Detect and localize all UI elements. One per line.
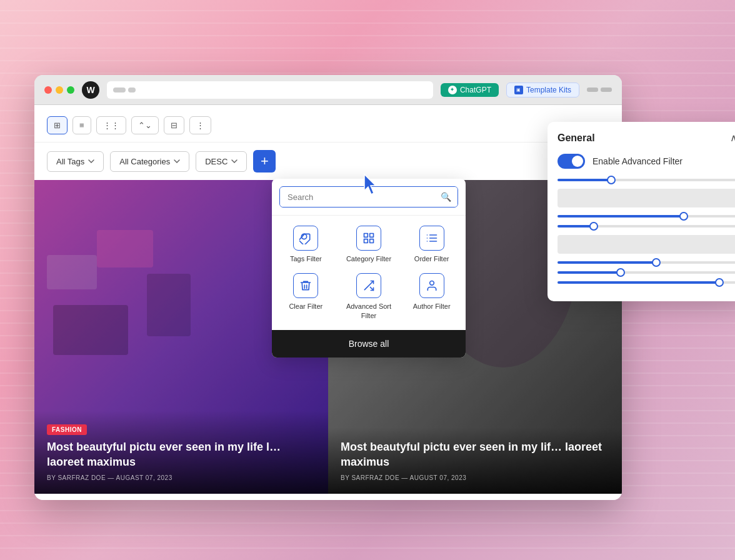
slider-3 xyxy=(558,225,735,228)
search-button[interactable]: 🔍 xyxy=(434,187,458,207)
browser-content: ⊞ ≡ ⋮⋮ ⌃⌄ ⊟ ⋮ All Tags All Categories DE… xyxy=(34,105,622,500)
toolbar-add-btn[interactable]: ⊟ xyxy=(164,116,184,134)
addr-segment xyxy=(128,88,136,92)
slider-thumb-2[interactable] xyxy=(679,212,688,221)
slider-fill-2 xyxy=(558,215,684,218)
category-filter-item[interactable]: Category Filter xyxy=(342,226,396,263)
blog-meta-right: BY SARFRAZ DOE — AUGUST 07, 2023 xyxy=(341,474,609,481)
chevron-up-icon[interactable]: ∧ xyxy=(730,132,735,144)
nav-dot xyxy=(587,88,598,92)
panel-placeholder-1 xyxy=(558,189,735,208)
advanced-sort-filter-item[interactable]: Advanced Sort Filter xyxy=(342,273,396,320)
addr-segment xyxy=(113,88,126,92)
slider-track-4[interactable] xyxy=(558,261,735,264)
author-filter-item[interactable]: Author Filter xyxy=(405,273,458,320)
order-filter-label: Order Filter xyxy=(414,254,449,263)
blog-title-left: Most beautyful pictu ever seen in my lif… xyxy=(47,440,316,469)
slider-fill-6 xyxy=(558,281,719,284)
close-dot[interactable] xyxy=(44,86,52,94)
svg-rect-11 xyxy=(364,239,368,243)
template-kits-button[interactable]: ▣ Template Kits xyxy=(506,82,579,98)
svg-point-21 xyxy=(429,281,434,286)
slider-thumb-3[interactable] xyxy=(589,222,598,231)
advanced-sort-filter-label: Advanced Sort Filter xyxy=(342,302,396,320)
filter-icons-grid: Tags Filter Category Filter Order Filter xyxy=(272,216,466,330)
toolbar-grid-btn[interactable]: ⊞ xyxy=(47,116,68,134)
toolbar-updown-btn[interactable]: ⌃⌄ xyxy=(131,116,159,134)
fashion-badge: FASHION xyxy=(47,424,87,435)
order-dropdown[interactable]: DESC xyxy=(196,151,247,172)
panel-placeholder-2 xyxy=(558,235,735,254)
chevron-down-icon xyxy=(231,159,238,163)
slider-1 xyxy=(558,179,735,181)
slider-2 xyxy=(558,215,735,218)
slider-track-6[interactable] xyxy=(558,281,735,284)
author-filter-label: Author Filter xyxy=(413,302,451,311)
browser-nav-dots xyxy=(587,88,612,92)
template-icon: ▣ xyxy=(514,86,523,94)
blog-meta-left: BY SARFRAZ DOE — AUGAST 07, 2023 xyxy=(47,474,316,481)
slider-fill-4 xyxy=(558,261,656,264)
tags-filter-item[interactable]: Tags Filter xyxy=(279,226,332,263)
chevron-down-icon xyxy=(88,159,94,163)
advanced-filter-toggle[interactable] xyxy=(558,154,585,169)
add-filter-button[interactable]: + xyxy=(253,150,276,172)
tags-label: All Tags xyxy=(56,157,84,166)
address-bar[interactable] xyxy=(107,81,433,99)
categories-label: All Categories xyxy=(119,157,170,166)
browser-window: W ✦ ChatGPT ▣ Template Kits ⊞ ≡ ⋮⋮ ⌃⌄ xyxy=(34,75,622,500)
svg-rect-1 xyxy=(47,255,97,289)
toggle-label: Enable Advanced Filter xyxy=(592,156,682,166)
slider-track-3[interactable] xyxy=(558,225,735,228)
svg-rect-10 xyxy=(370,234,374,238)
blog-title-right: Most beautyful pictu ever seen in my lif… xyxy=(341,440,609,469)
slider-thumb-4[interactable] xyxy=(652,258,661,267)
browse-all-label: Browse all xyxy=(349,339,389,349)
clear-filter-label: Clear Filter xyxy=(289,302,322,311)
minimize-dot[interactable] xyxy=(56,86,63,94)
chatgpt-label: ChatGPT xyxy=(460,86,491,94)
categories-dropdown[interactable]: All Categories xyxy=(110,151,189,172)
order-filter-item[interactable]: Order Filter xyxy=(405,226,458,263)
nav-dot xyxy=(601,88,612,92)
filter-row: All Tags All Categories DESC + xyxy=(34,142,622,180)
tags-filter-icon xyxy=(293,226,318,251)
svg-rect-4 xyxy=(147,274,191,336)
advanced-sort-filter-icon xyxy=(356,273,381,298)
toolbar-more-btn[interactable]: ⋮ xyxy=(189,116,211,134)
slider-track-1[interactable] xyxy=(558,179,735,181)
tags-dropdown[interactable]: All Tags xyxy=(47,151,104,172)
slider-thumb-5[interactable] xyxy=(616,268,625,277)
search-input[interactable] xyxy=(280,188,434,207)
slider-fill-5 xyxy=(558,271,621,274)
clear-filter-icon xyxy=(293,273,318,298)
toolbar-dots-btn[interactable]: ⋮⋮ xyxy=(96,116,126,134)
clear-filter-item[interactable]: Clear Filter xyxy=(279,273,332,320)
slider-fill-1 xyxy=(558,179,611,181)
panel-header: General ∧ xyxy=(558,132,735,144)
toolbar-filter-btn[interactable]: ≡ xyxy=(72,116,91,134)
slider-thumb-1[interactable] xyxy=(607,176,616,184)
svg-rect-3 xyxy=(97,230,153,268)
slider-track-2[interactable] xyxy=(558,215,735,218)
blog-overlay-left: FASHION Most beautyful pictu ever seen i… xyxy=(34,411,328,494)
browse-all-button[interactable]: Browse all xyxy=(272,330,466,358)
blog-overlay-right: Most beautyful pictu ever seen in my lif… xyxy=(328,428,622,494)
slider-thumb-6[interactable] xyxy=(715,278,724,287)
slider-fill-3 xyxy=(558,225,594,228)
address-bar-content xyxy=(113,88,136,92)
dropdown-search-area: 🔍 xyxy=(272,179,466,216)
maximize-dot[interactable] xyxy=(67,86,74,94)
slider-6 xyxy=(558,281,735,284)
wordpress-logo: W xyxy=(82,81,99,99)
svg-rect-12 xyxy=(370,239,374,243)
slider-5 xyxy=(558,271,735,274)
slider-track-5[interactable] xyxy=(558,271,735,274)
window-controls xyxy=(44,86,74,94)
chevron-down-icon xyxy=(174,159,180,163)
author-filter-icon xyxy=(419,273,444,298)
template-kits-label: Template Kits xyxy=(526,86,571,94)
chatgpt-button[interactable]: ✦ ChatGPT xyxy=(441,83,499,97)
tags-filter-label: Tags Filter xyxy=(290,254,322,263)
general-settings-panel: General ∧ Enable Advanced Filter xyxy=(548,122,735,301)
